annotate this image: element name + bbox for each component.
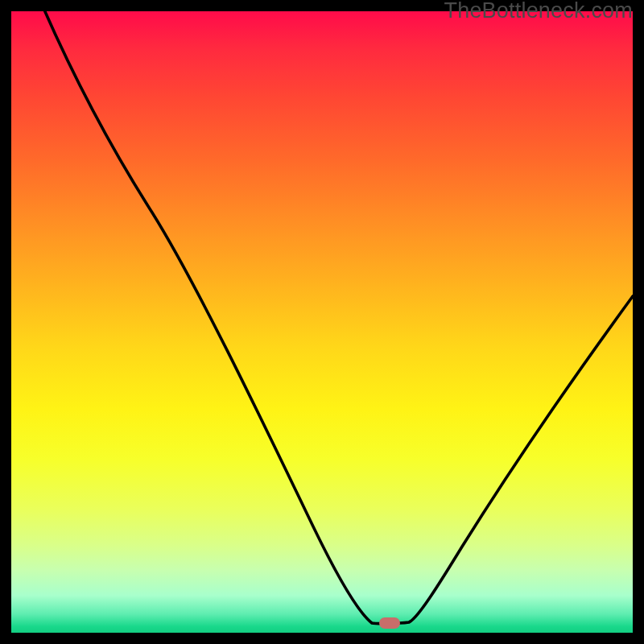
curve-path [43,8,633,624]
plot-area [11,11,633,633]
chart-container: TheBottleneck.com [0,0,644,644]
optimum-marker [379,617,400,629]
watermark-text: TheBottleneck.com [444,0,633,22]
bottleneck-curve [11,11,633,633]
